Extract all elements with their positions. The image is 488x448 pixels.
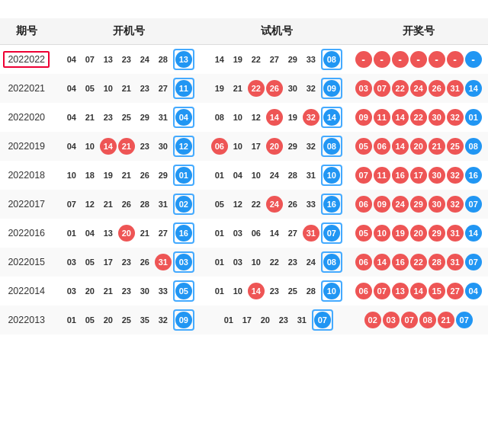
blue-box-wrapper: 07 <box>321 222 342 244</box>
kaijianghao-cell: 03072224263114 <box>348 74 488 103</box>
subtitle <box>0 12 488 18</box>
number-cell: 19 <box>284 109 301 126</box>
number-cell: 01 <box>211 167 228 184</box>
number-cell: 20 <box>266 138 283 155</box>
table-row: 2022013010520253532090117202331070203070… <box>0 306 488 334</box>
number-cell: 14 <box>323 109 340 126</box>
number-cell: 32 <box>155 312 172 328</box>
number-cell: 31 <box>303 225 319 242</box>
number-cell: 29 <box>284 51 301 68</box>
period-highlight: 2022022 <box>3 51 50 68</box>
award-number-cell: - <box>355 51 372 68</box>
number-cell: 05 <box>175 283 192 299</box>
award-number-cell: 22 <box>392 80 409 97</box>
number-cell: 08 <box>323 51 340 68</box>
number-cell: 19 <box>230 51 246 68</box>
number-cell: 22 <box>266 254 283 270</box>
number-cell: 33 <box>155 283 172 299</box>
number-cell: 07 <box>323 225 340 242</box>
award-number-cell: 14 <box>392 109 409 126</box>
number-cell: 10 <box>100 80 117 97</box>
number-cell: 04 <box>63 80 80 97</box>
award-number-cell: 10 <box>374 225 390 242</box>
number-cell: 24 <box>266 167 283 184</box>
number-cell: 27 <box>155 225 172 242</box>
number-cell: 19 <box>100 167 117 184</box>
table-row: 2022018101819212629010104102428311007111… <box>0 161 488 190</box>
number-cell: 14 <box>211 51 228 68</box>
number-cell: 27 <box>155 80 172 97</box>
shijihao-cell: 01030614273107 <box>204 219 348 248</box>
blue-box-wrapper: 09 <box>321 78 342 99</box>
number-cell: 14 <box>266 225 283 242</box>
award-number-cell: 16 <box>392 254 409 270</box>
number-cell: 31 <box>155 109 172 126</box>
shijihao-cell: 06101720293208 <box>204 132 348 161</box>
award-number-cell: 09 <box>374 196 390 213</box>
award-number-cell: 20 <box>410 225 427 242</box>
number-cell: 06 <box>211 138 228 155</box>
number-cell: 01 <box>63 312 80 328</box>
kaijihao-cell: 04101421233012 <box>53 132 204 161</box>
number-cell: 04 <box>63 51 80 68</box>
kaijihao-cell: 04051021232711 <box>53 74 204 103</box>
period-cell: 2022014 <box>0 277 53 306</box>
number-cell: 22 <box>248 80 265 97</box>
number-cell: 25 <box>284 283 301 299</box>
number-cell: 09 <box>175 312 192 328</box>
number-cell: 21 <box>100 196 117 213</box>
award-number-cell: 14 <box>374 254 390 270</box>
award-number-cell: 04 <box>465 283 482 299</box>
number-cell: 32 <box>303 80 319 97</box>
shijihao-cell: 14192227293308 <box>204 45 348 75</box>
award-number-cell: 29 <box>429 225 445 242</box>
blue-box-wrapper: 14 <box>321 107 342 128</box>
number-cell: 01 <box>175 167 192 184</box>
award-number-cell: 16 <box>392 167 409 184</box>
table-row: 20220220407132324281314192227293308-----… <box>0 45 488 75</box>
period-cell: 2022019 <box>0 132 53 161</box>
number-cell: 01 <box>63 225 80 242</box>
kaijianghao-cell: 07111617303216 <box>348 161 488 190</box>
number-cell: 28 <box>136 196 153 213</box>
award-number-cell: 17 <box>410 167 427 184</box>
award-number-cell: 15 <box>429 283 445 299</box>
number-cell: 10 <box>82 138 98 155</box>
number-cell: 14 <box>100 138 117 155</box>
number-cell: 03 <box>230 225 246 242</box>
award-number-cell: 13 <box>392 283 409 299</box>
number-cell: 21 <box>100 283 117 299</box>
number-cell: 08 <box>211 109 228 126</box>
table-row: 2022014032021233033050110142325281006071… <box>0 277 488 306</box>
number-cell: 31 <box>294 312 310 328</box>
number-cell: 04 <box>175 109 192 126</box>
shijihao-cell: 08101214193214 <box>204 103 348 132</box>
number-cell: 02 <box>175 196 192 213</box>
number-cell: 17 <box>248 138 265 155</box>
kaijihao-cell: 01052025353209 <box>53 306 204 334</box>
kaijihao-cell: 03202123303305 <box>53 277 204 306</box>
number-cell: 29 <box>284 138 301 155</box>
award-number-cell: 25 <box>447 138 464 155</box>
shijihao-cell: 05122224263316 <box>204 190 348 219</box>
number-cell: 21 <box>118 80 135 97</box>
award-number-cell: 09 <box>355 109 372 126</box>
shijihao-cell: 01031022232408 <box>204 248 348 277</box>
blue-box-wrapper: 10 <box>321 280 342 302</box>
number-cell: 30 <box>284 80 301 97</box>
kaijianghao-cell: 06092429303207 <box>348 190 488 219</box>
blue-box-wrapper: 16 <box>173 222 194 244</box>
award-number-cell: 14 <box>465 225 482 242</box>
shijihao-cell: 011720233107 <box>204 306 348 334</box>
number-cell: 23 <box>136 80 153 97</box>
award-number-cell: 07 <box>355 167 372 184</box>
number-cell: 12 <box>175 138 192 155</box>
number-cell: 01 <box>211 283 228 299</box>
number-cell: 29 <box>155 167 172 184</box>
period-cell: 2022013 <box>0 306 53 334</box>
award-number-cell: 24 <box>410 80 427 97</box>
number-cell: 25 <box>118 312 135 328</box>
blue-box-wrapper: 04 <box>173 107 194 128</box>
number-cell: 07 <box>63 196 80 213</box>
award-number-cell: - <box>429 51 445 68</box>
